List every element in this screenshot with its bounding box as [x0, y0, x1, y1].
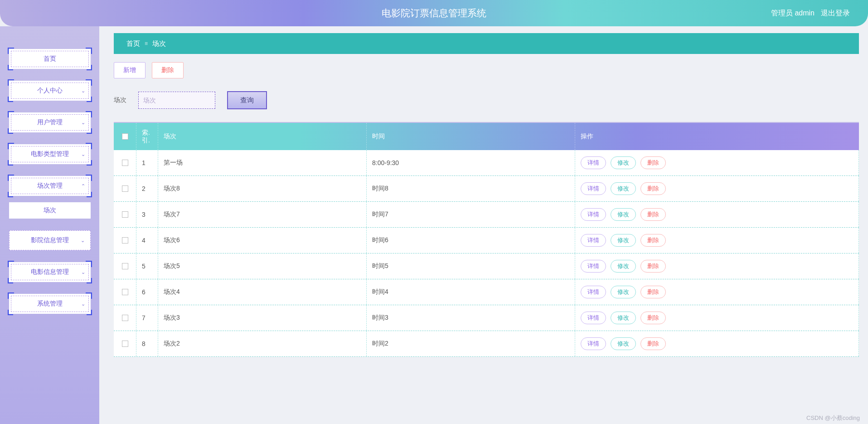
row-session: 场次7: [158, 202, 367, 227]
row-checkbox[interactable]: [122, 263, 128, 269]
sidebar-item-label: 场次管理: [37, 182, 63, 190]
detail-button[interactable]: 详情: [581, 182, 606, 195]
filter-bar: 场次 查询: [114, 91, 859, 109]
chevron-icon: ⌄: [81, 238, 85, 244]
watermark: CSDN @小蔡coding: [806, 414, 860, 422]
row-checkbox-cell: [114, 331, 136, 356]
row-index: 1: [136, 150, 158, 175]
sidebar-item[interactable]: 系统管理⌄: [9, 294, 91, 314]
table-row: 1第一场8:00-9:30详情修改删除: [114, 150, 859, 176]
sidebar-item-label: 系统管理: [37, 300, 63, 308]
header-operation: 操作: [575, 123, 859, 150]
row-checkbox[interactable]: [122, 315, 128, 321]
row-delete-button[interactable]: 删除: [640, 286, 666, 298]
row-delete-button[interactable]: 删除: [640, 260, 666, 273]
row-index: 2: [136, 176, 158, 201]
table-row: 7场次3时间3详情修改删除: [114, 305, 859, 331]
row-time: 时间8: [367, 176, 575, 201]
row-delete-button[interactable]: 删除: [640, 156, 666, 169]
edit-button[interactable]: 修改: [611, 337, 636, 350]
content-area: 首页 ≡ 场次 新增 删除 场次 查询 索.引. 场次 时间 操作 1第一场8:…: [99, 26, 868, 424]
query-button[interactable]: 查询: [227, 91, 267, 109]
row-session: 场次5: [158, 253, 367, 279]
select-all-checkbox[interactable]: [122, 133, 128, 140]
row-session: 场次8: [158, 176, 367, 201]
row-operations: 详情修改删除: [575, 253, 859, 279]
edit-button[interactable]: 修改: [611, 156, 636, 169]
sidebar-item[interactable]: 电影类型管理⌄: [9, 144, 91, 164]
table-header: 索.引. 场次 时间 操作: [114, 123, 859, 150]
edit-button[interactable]: 修改: [611, 286, 636, 298]
detail-button[interactable]: 详情: [581, 286, 606, 298]
sidebar-item-label: 首页: [44, 55, 56, 63]
row-delete-button[interactable]: 删除: [640, 182, 666, 195]
sidebar-item-label: 影院信息管理: [31, 236, 69, 244]
detail-button[interactable]: 详情: [581, 337, 606, 350]
row-operations: 详情修改删除: [575, 176, 859, 201]
row-delete-button[interactable]: 删除: [640, 337, 666, 350]
row-time: 时间2: [367, 331, 575, 356]
row-time: 时间3: [367, 305, 575, 331]
logout-link[interactable]: 退出登录: [821, 9, 850, 18]
breadcrumb-home[interactable]: 首页: [126, 39, 140, 48]
row-checkbox[interactable]: [122, 237, 128, 244]
sidebar-item[interactable]: 影院信息管理⌄: [9, 230, 91, 250]
table-body: 1第一场8:00-9:30详情修改删除2场次8时间8详情修改删除3场次7时间7详…: [114, 150, 859, 357]
breadcrumb-sep-icon: ≡: [145, 40, 148, 47]
admin-label[interactable]: 管理员 admin: [771, 9, 815, 18]
sidebar-item-label: 电影信息管理: [31, 268, 69, 276]
row-checkbox[interactable]: [122, 185, 128, 192]
batch-delete-button[interactable]: 删除: [152, 62, 184, 78]
sidebar-item[interactable]: 首页: [9, 49, 91, 69]
row-operations: 详情修改删除: [575, 331, 859, 356]
detail-button[interactable]: 详情: [581, 156, 606, 169]
add-button[interactable]: 新增: [114, 62, 145, 78]
row-session: 场次3: [158, 305, 367, 331]
header-right: 管理员 admin 退出登录: [771, 0, 850, 26]
row-index: 6: [136, 279, 158, 305]
row-index: 4: [136, 228, 158, 253]
sidebar-item-label: 个人中心: [37, 87, 63, 95]
edit-button[interactable]: 修改: [611, 208, 636, 221]
row-time: 时间4: [367, 279, 575, 305]
row-delete-button[interactable]: 删除: [640, 208, 666, 221]
edit-button[interactable]: 修改: [611, 260, 636, 273]
row-session: 场次4: [158, 279, 367, 305]
header-time: 时间: [367, 123, 575, 150]
sidebar-item[interactable]: 用户管理⌄: [9, 112, 91, 132]
row-time: 时间7: [367, 202, 575, 227]
row-session: 场次2: [158, 331, 367, 356]
row-checkbox-cell: [114, 150, 136, 175]
row-time: 8:00-9:30: [367, 150, 575, 175]
row-index: 5: [136, 253, 158, 279]
breadcrumb: 首页 ≡ 场次: [114, 33, 859, 54]
row-session: 场次6: [158, 228, 367, 253]
detail-button[interactable]: 详情: [581, 312, 606, 324]
row-delete-button[interactable]: 删除: [640, 312, 666, 324]
row-checkbox[interactable]: [122, 211, 128, 218]
row-checkbox-cell: [114, 279, 136, 305]
chevron-icon: ⌄: [81, 88, 85, 94]
row-checkbox[interactable]: [122, 289, 128, 295]
table-row: 2场次8时间8详情修改删除: [114, 176, 859, 202]
detail-button[interactable]: 详情: [581, 260, 606, 273]
edit-button[interactable]: 修改: [611, 234, 636, 247]
row-delete-button[interactable]: 删除: [640, 234, 666, 247]
edit-button[interactable]: 修改: [611, 312, 636, 324]
detail-button[interactable]: 详情: [581, 208, 606, 221]
row-checkbox[interactable]: [122, 341, 128, 347]
row-checkbox-cell: [114, 202, 136, 227]
filter-label: 场次: [114, 96, 126, 104]
row-checkbox[interactable]: [122, 160, 128, 166]
row-checkbox-cell: [114, 176, 136, 201]
table-row: 3场次7时间7详情修改删除: [114, 202, 859, 228]
chevron-icon: ⌄: [81, 120, 85, 126]
edit-button[interactable]: 修改: [611, 182, 636, 195]
filter-input[interactable]: [138, 92, 215, 109]
sidebar-sub-item[interactable]: 场次: [9, 202, 91, 219]
detail-button[interactable]: 详情: [581, 234, 606, 247]
header-session: 场次: [158, 123, 367, 150]
sidebar-item[interactable]: 个人中心⌄: [9, 81, 91, 101]
sidebar-item[interactable]: 场次管理⌃: [9, 176, 91, 196]
sidebar-item[interactable]: 电影信息管理⌄: [9, 262, 91, 282]
